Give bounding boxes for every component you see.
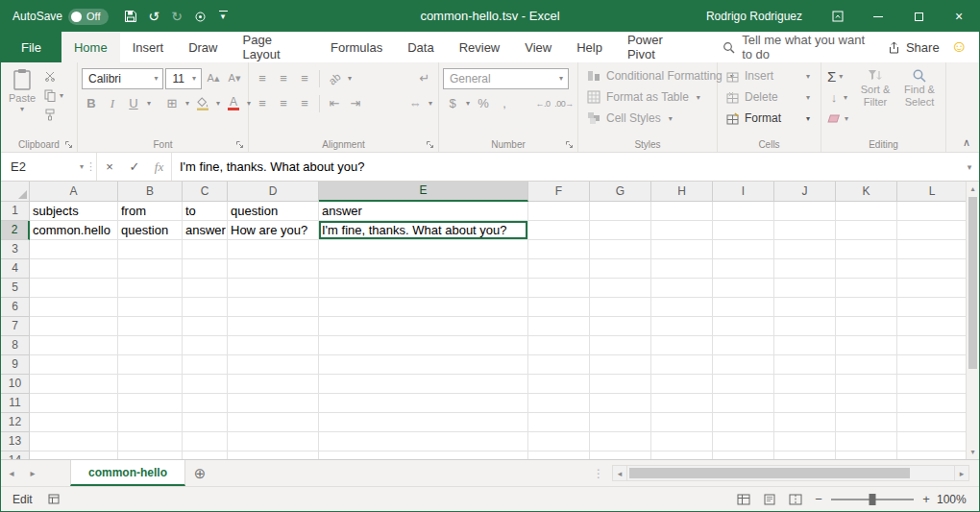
borders-button[interactable]: ⊞ (162, 93, 182, 114)
cell-H14[interactable] (651, 451, 713, 459)
increase-indent-button[interactable]: ⇥ (346, 93, 365, 114)
user-name[interactable]: Rodrigo Rodriguez (706, 10, 802, 23)
cell-D9[interactable] (228, 355, 319, 375)
cell-D8[interactable] (228, 336, 319, 355)
tab-formulas[interactable]: Formulas (318, 32, 395, 62)
cell-J10[interactable] (774, 375, 836, 394)
cell-C1[interactable]: to (183, 202, 228, 221)
tab-draw[interactable]: Draw (176, 32, 230, 62)
cell-G11[interactable] (590, 394, 651, 413)
cell-F4[interactable] (528, 259, 590, 279)
cell-F8[interactable] (528, 336, 590, 355)
cell-D2[interactable]: How are you? (228, 221, 319, 240)
cell-A13[interactable] (30, 432, 118, 451)
cell-H12[interactable] (651, 413, 713, 432)
cell-E9[interactable] (319, 355, 528, 375)
vertical-scroll-track[interactable] (967, 370, 979, 445)
cell-D4[interactable] (228, 259, 319, 279)
cell-K2[interactable] (836, 221, 897, 240)
cell-C13[interactable] (183, 432, 228, 451)
cell-B1[interactable]: from (118, 202, 183, 221)
cell-J5[interactable] (774, 279, 836, 298)
font-dialog-launcher-icon[interactable] (235, 140, 245, 150)
cell-F9[interactable] (528, 355, 590, 375)
cell-H8[interactable] (651, 336, 713, 355)
cell-A3[interactable] (30, 240, 118, 259)
zoom-out-button[interactable]: − (808, 492, 829, 506)
page-break-view-button[interactable] (782, 490, 808, 509)
align-center-button[interactable]: ≡ (274, 93, 293, 114)
cell-C14[interactable] (183, 451, 228, 459)
maximize-button[interactable] (898, 1, 939, 32)
cell-G9[interactable] (590, 355, 651, 375)
cell-E7[interactable] (319, 317, 528, 336)
cell-B6[interactable] (118, 298, 183, 317)
cell-D13[interactable] (228, 432, 319, 451)
customize-qat-icon[interactable]: ▾ (212, 5, 234, 28)
cell-D10[interactable] (228, 375, 319, 394)
cell-D1[interactable]: question (228, 202, 319, 221)
cell-G7[interactable] (590, 317, 651, 336)
cell-K11[interactable] (836, 394, 897, 413)
clipboard-dialog-launcher-icon[interactable] (64, 140, 74, 150)
cell-styles-button[interactable]: Cell Styles ▾ (581, 108, 714, 129)
cell-K9[interactable] (836, 355, 897, 375)
cell-K13[interactable] (836, 432, 897, 451)
cell-I5[interactable] (713, 279, 774, 298)
zoom-level[interactable]: 100% (937, 493, 979, 506)
cell-L1[interactable] (897, 202, 968, 221)
cell-A1[interactable]: subjects (30, 202, 118, 221)
cell-I6[interactable] (713, 298, 774, 317)
number-format-select[interactable]: General ▾ (443, 68, 569, 89)
cell-L10[interactable] (897, 375, 968, 394)
cell-F11[interactable] (528, 394, 590, 413)
fill-color-button[interactable] (193, 93, 212, 114)
row-header-7[interactable]: 7 (1, 317, 30, 336)
column-header-f[interactable]: F (528, 182, 590, 202)
middle-align-button[interactable]: ≡ (274, 68, 293, 89)
cell-D6[interactable] (228, 298, 319, 317)
number-dialog-launcher-icon[interactable] (565, 140, 575, 150)
cell-C8[interactable] (183, 336, 228, 355)
formula-input[interactable]: I'm fine, thanks. What about you? (172, 153, 960, 181)
column-header-a[interactable]: A (30, 182, 118, 202)
cell-I11[interactable] (713, 394, 774, 413)
cell-L12[interactable] (897, 413, 968, 432)
cell-A10[interactable] (30, 375, 118, 394)
cell-K10[interactable] (836, 375, 897, 394)
cell-B10[interactable] (118, 375, 183, 394)
cell-E2[interactable]: I'm fine, thanks. What about you? (319, 221, 528, 240)
row-header-8[interactable]: 8 (1, 336, 30, 355)
cell-D7[interactable] (228, 317, 319, 336)
alignment-dialog-launcher-icon[interactable] (426, 140, 435, 150)
chevron-down-icon[interactable]: ▾ (427, 99, 434, 108)
cell-F2[interactable] (528, 221, 590, 240)
cell-H7[interactable] (651, 317, 713, 336)
cell-I9[interactable] (713, 355, 774, 375)
horizontal-scroll-track[interactable] (627, 465, 954, 481)
cell-B9[interactable] (118, 355, 183, 375)
share-button[interactable]: Share (878, 32, 949, 62)
cell-L2[interactable] (897, 221, 968, 240)
cell-G5[interactable] (590, 279, 651, 298)
decrease-decimal-button[interactable]: .00→ (554, 93, 574, 114)
tab-data[interactable]: Data (395, 32, 446, 62)
percent-style-button[interactable]: % (474, 93, 493, 114)
cell-B4[interactable] (118, 259, 183, 279)
align-right-button[interactable]: ≡ (295, 93, 314, 114)
cell-K1[interactable] (836, 202, 897, 221)
touch-mode-icon[interactable] (189, 5, 211, 28)
cell-C5[interactable] (183, 279, 228, 298)
fill-button[interactable]: ↓ ▾ (824, 87, 853, 108)
chevron-down-icon[interactable]: ▾ (464, 99, 472, 108)
cell-K6[interactable] (836, 298, 897, 317)
cell-D5[interactable] (228, 279, 319, 298)
align-left-button[interactable]: ≡ (253, 93, 272, 114)
cell-A5[interactable] (30, 279, 118, 298)
italic-button[interactable]: I (103, 93, 122, 114)
cell-J8[interactable] (774, 336, 836, 355)
cell-K5[interactable] (836, 279, 897, 298)
cell-K3[interactable] (836, 240, 897, 259)
cell-L9[interactable] (897, 355, 968, 375)
autosum-button[interactable]: Σ ▾ (824, 66, 853, 86)
